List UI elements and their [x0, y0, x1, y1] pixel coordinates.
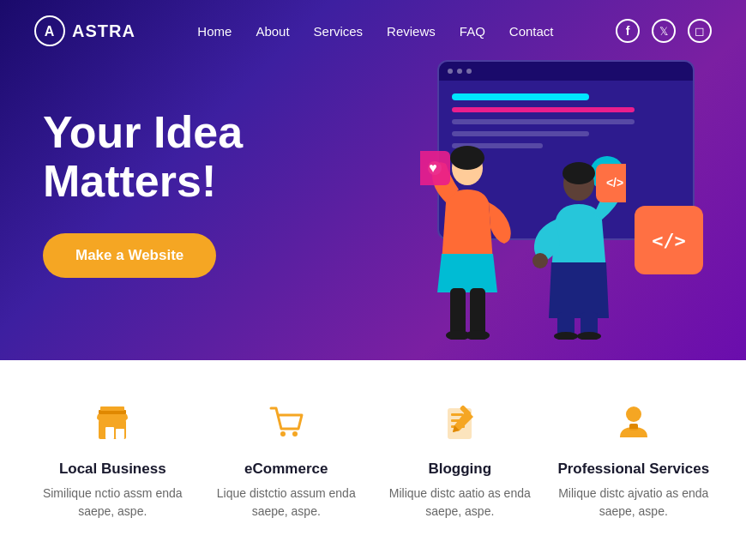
svg-rect-22 [105, 427, 114, 439]
site-header: A ASTRA Home About Services Reviews FAQ … [0, 0, 746, 62]
feature-local-business: Local Business Similique nctio assm enda… [35, 403, 190, 521]
feature-title-local: Local Business [59, 461, 166, 478]
hero-title: Your Idea Matters! [43, 108, 283, 206]
browser-dot-3 [466, 69, 472, 74]
cta-button[interactable]: Make a Website [43, 233, 216, 278]
svg-point-12 [563, 162, 595, 184]
hero-content: Your Idea Matters! Make a Website [0, 39, 326, 321]
nav-about[interactable]: About [256, 24, 289, 39]
svg-rect-7 [450, 288, 466, 335]
feature-title-blogging: Blogging [428, 461, 491, 478]
svg-rect-8 [470, 288, 485, 335]
twitter-icon[interactable]: 𝕏 [652, 19, 676, 43]
svg-text:A: A [45, 24, 56, 39]
browser-bar-gray-1 [452, 119, 635, 124]
facebook-icon[interactable]: f [616, 19, 640, 43]
feature-desc-professional: Milique distc ajvatio as enda saepe, asp… [556, 485, 711, 521]
svg-rect-25 [100, 406, 124, 411]
nav-reviews[interactable]: Reviews [387, 24, 436, 39]
code-icon: </> [652, 230, 686, 251]
browser-bar-cyan [452, 93, 589, 100]
browser-dot-2 [457, 69, 462, 74]
browser-bar-pink [452, 107, 635, 112]
nav-services[interactable]: Services [314, 24, 364, 39]
svg-rect-23 [116, 429, 124, 439]
feature-title-professional: Professional Services [557, 461, 709, 478]
svg-point-13 [532, 253, 548, 268]
hero-section: A ASTRA Home About Services Reviews FAQ … [0, 0, 746, 360]
pencil-icon [441, 403, 478, 449]
feature-professional: Professional Services Milique distc ajva… [556, 403, 711, 521]
store-icon [93, 403, 131, 449]
features-section: Local Business Similique nctio assm enda… [0, 360, 746, 560]
main-nav: Home About Services Reviews FAQ Contact [197, 24, 553, 39]
cart-icon [268, 403, 305, 449]
svg-point-26 [280, 431, 286, 437]
instagram-icon[interactable]: ◻ [688, 19, 712, 43]
person-professional-icon [615, 403, 653, 449]
svg-point-27 [292, 431, 298, 437]
svg-rect-29 [451, 413, 463, 416]
nav-contact[interactable]: Contact [509, 24, 554, 39]
svg-point-3 [450, 146, 484, 170]
nav-faq[interactable]: FAQ [460, 24, 485, 39]
person-man: </> [532, 160, 626, 343]
browser-bar-gray-2 [452, 131, 589, 136]
feature-desc-blogging: Milique distc aatio as enda saepe, aspe. [382, 485, 537, 521]
feature-desc-ecommerce: Lique distctio assum enda saepe, aspe. [209, 485, 364, 521]
logo[interactable]: A ASTRA [34, 15, 135, 46]
nav-home[interactable]: Home [197, 24, 232, 39]
svg-rect-35 [627, 429, 641, 432]
person-woman: ♥ [420, 142, 532, 343]
feature-blogging: Blogging Milique distc aatio as enda sae… [382, 403, 537, 521]
browser-bar [439, 62, 693, 81]
svg-point-33 [626, 406, 641, 422]
feature-title-ecommerce: eCommerce [244, 461, 328, 478]
feature-desc-local: Similique nctio assm enda saepe, aspe. [35, 485, 190, 521]
feature-ecommerce: eCommerce Lique distctio assum enda saep… [209, 403, 364, 521]
browser-dot-1 [448, 69, 453, 74]
svg-point-10 [466, 330, 490, 340]
logo-text: ASTRA [72, 21, 135, 41]
hero-illustration: </> ♥ [386, 51, 712, 343]
svg-text:</>: </> [606, 176, 623, 190]
svg-text:♥: ♥ [429, 160, 437, 175]
social-links: f 𝕏 ◻ [616, 19, 712, 43]
code-card: </> [635, 206, 703, 274]
